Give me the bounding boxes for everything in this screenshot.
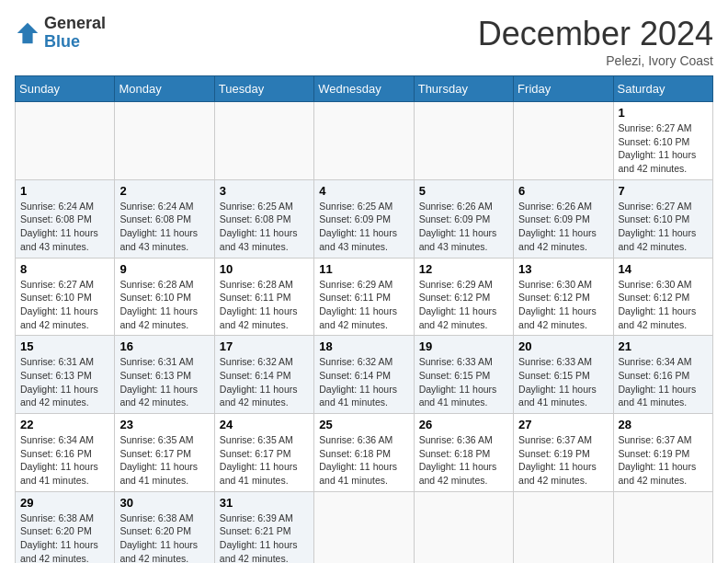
day-number: 7: [619, 184, 708, 198]
calendar-cell: [115, 102, 214, 180]
calendar-cell: 29Sunrise: 6:38 AMSunset: 6:20 PMDayligh…: [16, 491, 115, 563]
day-info: Sunrise: 6:26 AMSunset: 6:09 PMDaylight:…: [419, 200, 508, 254]
calendar-cell: 31Sunrise: 6:39 AMSunset: 6:21 PMDayligh…: [214, 491, 313, 563]
calendar-day-header: Wednesday: [314, 76, 414, 102]
day-number: 15: [20, 339, 109, 353]
calendar-cell: 1Sunrise: 6:27 AMSunset: 6:10 PMDaylight…: [613, 102, 712, 180]
calendar-cell: [414, 102, 513, 180]
day-number: 24: [220, 418, 309, 431]
day-number: 5: [419, 184, 508, 198]
calendar-cell: [214, 102, 313, 180]
day-number: 17: [220, 339, 309, 353]
calendar-day-header: Saturday: [613, 76, 712, 102]
day-number: 13: [518, 262, 608, 276]
day-info: Sunrise: 6:29 AMSunset: 6:11 PMDaylight:…: [319, 278, 408, 332]
day-number: 1: [20, 184, 109, 198]
day-number: 1: [619, 106, 708, 120]
day-info: Sunrise: 6:29 AMSunset: 6:12 PMDaylight:…: [419, 278, 508, 332]
day-number: 21: [619, 339, 708, 353]
day-number: 6: [518, 184, 608, 198]
day-number: 27: [518, 418, 608, 431]
calendar-cell: 20Sunrise: 6:33 AMSunset: 6:15 PMDayligh…: [514, 336, 613, 414]
day-number: 22: [20, 418, 109, 431]
calendar-cell: 27Sunrise: 6:37 AMSunset: 6:19 PMDayligh…: [514, 414, 613, 492]
calendar-cell: [314, 491, 414, 563]
calendar-cell: [314, 102, 414, 180]
calendar-cell: 15Sunrise: 6:31 AMSunset: 6:13 PMDayligh…: [16, 336, 115, 414]
calendar-cell: 8Sunrise: 6:27 AMSunset: 6:10 PMDaylight…: [16, 258, 115, 336]
calendar-cell: 22Sunrise: 6:34 AMSunset: 6:16 PMDayligh…: [16, 414, 115, 492]
calendar-cell: 12Sunrise: 6:29 AMSunset: 6:12 PMDayligh…: [414, 258, 513, 336]
calendar-day-header: Friday: [514, 76, 613, 102]
calendar-week-row: 1Sunrise: 6:24 AMSunset: 6:08 PMDaylight…: [16, 179, 713, 258]
day-info: Sunrise: 6:27 AMSunset: 6:10 PMDaylight:…: [619, 200, 708, 254]
calendar-cell: 6Sunrise: 6:26 AMSunset: 6:09 PMDaylight…: [514, 179, 613, 258]
day-info: Sunrise: 6:38 AMSunset: 6:20 PMDaylight:…: [119, 511, 209, 563]
calendar-cell: 7Sunrise: 6:27 AMSunset: 6:10 PMDaylight…: [613, 179, 712, 258]
day-info: Sunrise: 6:26 AMSunset: 6:09 PMDaylight:…: [518, 200, 608, 254]
title-section: December 2024 Pelezi, Ivory Coast: [478, 15, 713, 68]
day-info: Sunrise: 6:28 AMSunset: 6:11 PMDaylight:…: [220, 278, 309, 332]
day-info: Sunrise: 6:31 AMSunset: 6:13 PMDaylight:…: [119, 355, 209, 409]
day-number: 18: [319, 339, 408, 353]
day-number: 31: [220, 496, 309, 510]
calendar-day-header: Tuesday: [214, 76, 313, 102]
day-info: Sunrise: 6:37 AMSunset: 6:19 PMDaylight:…: [619, 433, 708, 488]
day-info: Sunrise: 6:31 AMSunset: 6:13 PMDaylight:…: [20, 355, 109, 409]
calendar-cell: [16, 102, 115, 180]
month-title: December 2024: [478, 15, 713, 53]
day-info: Sunrise: 6:33 AMSunset: 6:15 PMDaylight:…: [518, 355, 608, 409]
day-number: 19: [419, 339, 508, 353]
day-info: Sunrise: 6:36 AMSunset: 6:18 PMDaylight:…: [319, 433, 408, 488]
calendar-day-header: Sunday: [16, 76, 115, 102]
calendar-cell: [514, 491, 613, 563]
calendar-day-header: Thursday: [414, 76, 513, 102]
calendar-cell: 28Sunrise: 6:37 AMSunset: 6:19 PMDayligh…: [613, 414, 712, 492]
day-info: Sunrise: 6:38 AMSunset: 6:20 PMDaylight:…: [20, 511, 109, 563]
day-number: 8: [20, 262, 109, 276]
day-info: Sunrise: 6:34 AMSunset: 6:16 PMDaylight:…: [619, 355, 708, 409]
calendar-cell: 18Sunrise: 6:32 AMSunset: 6:14 PMDayligh…: [314, 336, 414, 414]
day-number: 16: [119, 339, 209, 353]
day-info: Sunrise: 6:36 AMSunset: 6:18 PMDaylight:…: [419, 433, 508, 488]
day-info: Sunrise: 6:25 AMSunset: 6:09 PMDaylight:…: [319, 200, 408, 254]
calendar-week-row: 29Sunrise: 6:38 AMSunset: 6:20 PMDayligh…: [16, 491, 713, 563]
day-info: Sunrise: 6:32 AMSunset: 6:14 PMDaylight:…: [220, 355, 309, 409]
calendar-cell: 2Sunrise: 6:24 AMSunset: 6:08 PMDaylight…: [115, 179, 214, 258]
calendar-table: SundayMondayTuesdayWednesdayThursdayFrid…: [15, 75, 713, 563]
calendar-cell: 24Sunrise: 6:35 AMSunset: 6:17 PMDayligh…: [214, 414, 313, 492]
logo: General Blue: [15, 15, 106, 52]
logo-icon: [15, 20, 40, 46]
calendar-cell: 4Sunrise: 6:25 AMSunset: 6:09 PMDaylight…: [314, 179, 414, 258]
calendar-cell: [613, 491, 712, 563]
calendar-week-row: 8Sunrise: 6:27 AMSunset: 6:10 PMDaylight…: [16, 258, 713, 336]
day-info: Sunrise: 6:27 AMSunset: 6:10 PMDaylight:…: [20, 278, 109, 332]
day-number: 12: [419, 262, 508, 276]
calendar-cell: 26Sunrise: 6:36 AMSunset: 6:18 PMDayligh…: [414, 414, 513, 492]
calendar-cell: 3Sunrise: 6:25 AMSunset: 6:08 PMDaylight…: [214, 179, 313, 258]
day-number: 29: [20, 496, 109, 510]
day-number: 28: [619, 418, 708, 431]
day-info: Sunrise: 6:24 AMSunset: 6:08 PMDaylight:…: [20, 200, 109, 254]
calendar-cell: 21Sunrise: 6:34 AMSunset: 6:16 PMDayligh…: [613, 336, 712, 414]
calendar-cell: 13Sunrise: 6:30 AMSunset: 6:12 PMDayligh…: [514, 258, 613, 336]
day-number: 4: [319, 184, 408, 198]
day-info: Sunrise: 6:27 AMSunset: 6:10 PMDaylight:…: [619, 121, 708, 176]
day-number: 25: [319, 418, 408, 431]
calendar-week-row: 1Sunrise: 6:27 AMSunset: 6:10 PMDaylight…: [16, 102, 713, 180]
svg-marker-0: [17, 23, 38, 43]
location-subtitle: Pelezi, Ivory Coast: [478, 53, 713, 68]
calendar-cell: [414, 491, 513, 563]
day-info: Sunrise: 6:25 AMSunset: 6:08 PMDaylight:…: [220, 200, 309, 254]
day-number: 20: [518, 339, 608, 353]
day-info: Sunrise: 6:37 AMSunset: 6:19 PMDaylight:…: [518, 433, 608, 488]
logo-general: General: [44, 15, 106, 33]
calendar-week-row: 22Sunrise: 6:34 AMSunset: 6:16 PMDayligh…: [16, 414, 713, 492]
calendar-cell: 10Sunrise: 6:28 AMSunset: 6:11 PMDayligh…: [214, 258, 313, 336]
calendar-header-row: SundayMondayTuesdayWednesdayThursdayFrid…: [16, 76, 713, 102]
page-header: General Blue December 2024 Pelezi, Ivory…: [15, 15, 713, 68]
day-number: 9: [119, 262, 209, 276]
calendar-cell: 11Sunrise: 6:29 AMSunset: 6:11 PMDayligh…: [314, 258, 414, 336]
day-number: 14: [619, 262, 708, 276]
calendar-week-row: 15Sunrise: 6:31 AMSunset: 6:13 PMDayligh…: [16, 336, 713, 414]
